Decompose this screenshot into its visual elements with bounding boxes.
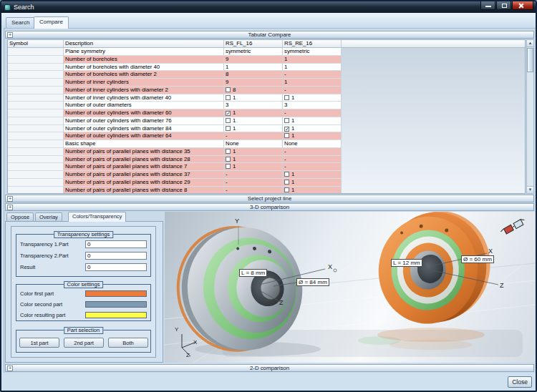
unchecked-checkbox[interactable] [226, 87, 231, 92]
axis-x-label: X [488, 248, 493, 255]
table-row[interactable]: Number of pairs of parallel planes with … [8, 148, 525, 156]
expand-icon[interactable]: + [7, 196, 13, 202]
value-cell: - [224, 179, 283, 187]
column-header-rs-re-16[interactable]: RS_RE_16 [283, 40, 342, 47]
value-cell: 1 [224, 156, 283, 164]
table-row[interactable]: Number of boreholes with diameter 4011 [8, 64, 525, 72]
tab-search[interactable]: Search [6, 17, 35, 28]
description-cell: Number of outer cylinders with diameter … [64, 132, 224, 140]
table-row[interactable]: Number of inner cylinders91 [8, 79, 525, 87]
value-cell: - [283, 109, 342, 117]
collapse-icon[interactable]: + [7, 32, 13, 38]
group-title: Color settings [64, 281, 104, 288]
transparency-1-input[interactable] [85, 240, 147, 248]
checked-checkbox[interactable]: ✓ [226, 111, 231, 116]
table-row[interactable]: Number of outer cylinders with diameter … [8, 125, 525, 133]
both-button[interactable]: Both [108, 338, 148, 348]
unchecked-checkbox[interactable] [284, 133, 289, 138]
color-second-part-swatch[interactable] [85, 301, 147, 308]
table-row[interactable]: Number of inner cylinders with diameter … [8, 94, 525, 102]
unchecked-checkbox[interactable] [226, 118, 231, 123]
scroll-down-icon[interactable]: ▼ [527, 186, 533, 193]
table-scrollbar[interactable]: ▲ ▼ [526, 39, 534, 194]
color-resulting-part-swatch[interactable] [85, 312, 147, 318]
color-first-part-swatch[interactable] [85, 290, 147, 297]
description-cell: Number of pairs of parallel planes with … [64, 148, 224, 156]
column-header-rs-fl-16[interactable]: RS_FL_16 [224, 40, 283, 47]
minimize-button[interactable] [480, 1, 495, 10]
axis-x-label: X [328, 263, 332, 270]
table-row[interactable]: Number of outer cylinders with diameter … [8, 109, 525, 117]
scrollbar-thumb[interactable] [527, 48, 533, 72]
unchecked-checkbox[interactable] [284, 118, 289, 123]
cell-value: 1 [291, 179, 294, 185]
titlebar: Search [1, 1, 536, 13]
section-bar-tabular-compare[interactable]: + Tabular Compare [5, 31, 534, 39]
symbol-cell [8, 179, 64, 187]
section-title: 2-D comparison [250, 365, 289, 371]
table-row[interactable]: Number of outer cylinders with diameter … [8, 132, 525, 140]
table-row[interactable]: Number of pairs of parallel planes with … [8, 163, 525, 171]
table-row[interactable]: Plane symmetrysymmetricsymmetric [8, 48, 525, 56]
scroll-up-icon[interactable]: ▲ [527, 40, 533, 47]
value-cell: symmetric [224, 48, 283, 56]
first-part-button[interactable]: 1st part [19, 338, 59, 348]
unchecked-checkbox[interactable] [226, 149, 231, 154]
unchecked-checkbox[interactable] [284, 180, 289, 185]
table-row[interactable]: Basic shapeNoneNone [8, 140, 525, 148]
unchecked-checkbox[interactable] [226, 95, 231, 100]
table-row[interactable]: Number of outer cylinders with diameter … [8, 117, 525, 125]
expand-icon[interactable]: + [7, 366, 13, 371]
result-label: Result [20, 264, 35, 270]
transparency-2-input[interactable] [85, 252, 147, 260]
cell-value: 8 [226, 71, 228, 77]
section-bar-3d-comparison[interactable]: + 3-D comparison [5, 203, 534, 211]
unchecked-checkbox[interactable] [284, 187, 289, 192]
3d-viewport[interactable]: Y X Z X Z Y X Z L = 8 mm Ø = 84 mm L = 1… [165, 212, 535, 363]
tab-oppose[interactable]: Oppose [6, 212, 34, 221]
cell-value: 8 [233, 87, 236, 93]
section-bar-select-project-line[interactable]: + Select project line [5, 195, 534, 202]
close-button[interactable]: Close [508, 376, 532, 388]
cell-value: - [284, 71, 286, 77]
color-resulting-part-label: Color resulting part [20, 312, 65, 318]
second-part-button[interactable]: 2nd part [64, 338, 104, 348]
table-row[interactable]: Number of pairs of parallel planes with … [8, 171, 525, 179]
tab-compare[interactable]: Compare [34, 16, 69, 29]
tab-colors-transparency[interactable]: Colors/Transparency [68, 212, 126, 222]
table-row[interactable]: Number of inner cylinders with diameter … [8, 87, 525, 94]
cell-value: 1 [226, 64, 228, 70]
value-cell: 1 [283, 64, 342, 72]
collapse-icon[interactable]: + [7, 205, 13, 210]
search-window: Search Search Compare + Tabular Compare … [0, 0, 537, 392]
table-row[interactable]: Number of pairs of parallel planes with … [8, 179, 525, 187]
table-row[interactable]: Number of pairs of parallel planes with … [8, 187, 525, 195]
unchecked-checkbox[interactable] [226, 164, 231, 169]
cell-value: 1 [291, 171, 294, 177]
table-row[interactable]: Number of outer diameters33 [8, 102, 525, 109]
value-cell: 1 [224, 163, 283, 171]
symbol-cell [8, 94, 64, 102]
close-window-button[interactable] [512, 1, 533, 10]
table-row[interactable]: Number of boreholes with diameter 28- [8, 71, 525, 79]
description-cell: Number of inner cylinders [64, 79, 224, 87]
maximize-button[interactable] [496, 1, 511, 10]
checked-checkbox[interactable]: ✓ [284, 127, 289, 132]
tab-overlay[interactable]: Overlay [35, 212, 62, 221]
transparency-2-label: Transparency 2.Part [20, 253, 69, 259]
unchecked-checkbox[interactable] [284, 172, 289, 177]
section-bar-2d-comparison[interactable]: + 2-D comparison [5, 364, 534, 372]
table-row[interactable]: Number of boreholes91 [8, 56, 525, 64]
cell-value: - [284, 156, 286, 162]
unchecked-checkbox[interactable] [226, 157, 231, 162]
table-row[interactable]: Number of pairs of parallel planes with … [8, 156, 525, 164]
unchecked-checkbox[interactable] [284, 95, 289, 100]
description-cell: Basic shape [64, 140, 224, 148]
part-selection-group: Part selection 1st part 2nd part Both [16, 330, 151, 353]
value-cell: 1 [283, 132, 342, 140]
column-header-description[interactable]: Description [64, 40, 224, 47]
unchecked-checkbox[interactable] [226, 126, 231, 131]
group-title: Transparency settings [54, 231, 114, 238]
result-input[interactable] [85, 263, 147, 271]
column-header-symbol[interactable]: Symbol [8, 40, 64, 47]
